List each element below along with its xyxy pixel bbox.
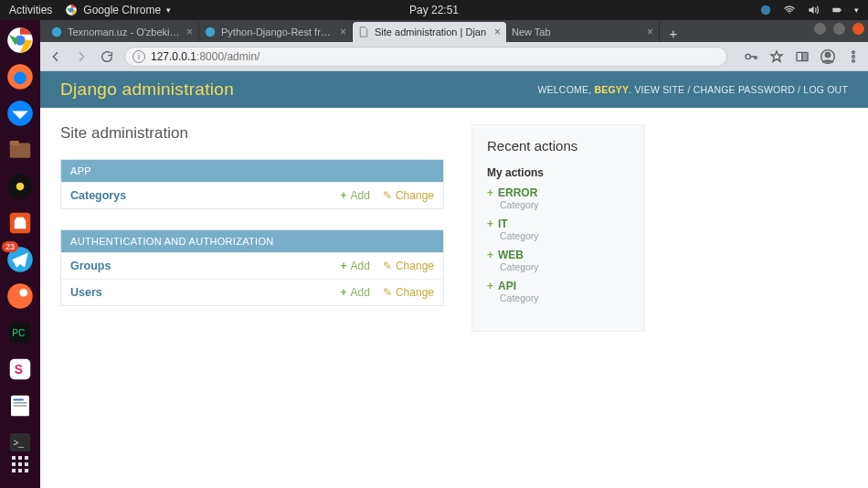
star-icon[interactable] — [769, 49, 784, 64]
dock-text-editor[interactable] — [4, 389, 37, 422]
tab-strip: Texnoman.uz - O'zbekistc × Python-Django… — [40, 20, 868, 42]
wifi-icon[interactable] — [783, 4, 796, 16]
profile-avatar-icon[interactable] — [820, 49, 835, 64]
svg-point-13 — [16, 183, 25, 191]
svg-rect-25 — [14, 405, 27, 406]
change-link[interactable]: Change — [383, 286, 434, 299]
brand-title[interactable]: Django administration — [60, 80, 234, 100]
battery-icon[interactable] — [831, 4, 843, 16]
module-app: APP Categorys Add Change — [60, 159, 444, 209]
maximize-button[interactable] — [833, 23, 845, 35]
model-row-categorys: Categorys Add Change — [61, 182, 443, 208]
logout-link[interactable]: LOG OUT — [803, 84, 848, 95]
dock-slack[interactable]: S — [4, 353, 37, 386]
svg-text:>_: >_ — [14, 438, 25, 448]
recent-action-link[interactable]: ERROR — [487, 186, 630, 199]
dock-files[interactable] — [4, 133, 37, 166]
dock-thunderbird[interactable] — [4, 97, 37, 130]
dock-postman[interactable] — [4, 280, 37, 313]
svg-rect-32 — [802, 52, 808, 60]
module-caption[interactable]: APP — [61, 160, 443, 182]
model-row-groups: Groups Add Change — [61, 252, 443, 279]
recent-action-type: Category — [487, 292, 630, 303]
browser-window: Texnoman.uz - O'zbekistc × Python-Django… — [40, 20, 868, 488]
change-link[interactable]: Change — [383, 189, 434, 202]
url-text: 127.0.0.1:8000/admin/ — [151, 50, 259, 63]
browser-toolbar: i 127.0.0.1:8000/admin/ — [40, 42, 868, 71]
recent-action-item: WEB Category — [487, 249, 630, 272]
globe-icon — [51, 27, 62, 37]
menu-icon[interactable] — [846, 49, 861, 64]
minimize-button[interactable] — [814, 23, 826, 35]
svg-point-28 — [52, 27, 62, 37]
close-icon[interactable]: × — [647, 26, 653, 38]
django-header: Django administration WELCOME, BEGYY. VI… — [40, 71, 868, 108]
recent-action-link[interactable]: WEB — [487, 249, 630, 261]
close-window-button[interactable] — [852, 23, 864, 35]
new-tab-button[interactable]: + — [663, 24, 683, 42]
reload-button[interactable] — [99, 48, 115, 65]
tab-1[interactable]: Python-Django-Rest fram × — [199, 22, 353, 42]
change-link[interactable]: Change — [383, 260, 434, 272]
svg-point-37 — [852, 59, 855, 62]
forward-button[interactable] — [73, 48, 90, 65]
address-bar[interactable]: i 127.0.0.1:8000/admin/ — [124, 47, 727, 67]
module-auth: AUTHENTICATION AND AUTHORIZATION Groups … — [60, 229, 444, 306]
translate-icon[interactable] — [795, 49, 810, 64]
svg-text:PC: PC — [12, 328, 25, 338]
svg-point-34 — [825, 52, 830, 57]
recent-action-link[interactable]: IT — [487, 217, 630, 230]
model-link[interactable]: Users — [70, 286, 328, 299]
add-link[interactable]: Add — [341, 260, 370, 272]
recent-actions-panel: Recent actions My actions ERROR Category… — [471, 124, 645, 332]
recent-action-item: API Category — [487, 280, 630, 303]
svg-point-17 — [19, 289, 27, 297]
user-tools: WELCOME, BEGYY. VIEW SITE / CHANGE PASSW… — [538, 84, 849, 95]
module-caption[interactable]: AUTHENTICATION AND AUTHORIZATION — [61, 230, 443, 252]
svg-point-8 — [14, 71, 26, 84]
back-button[interactable] — [48, 48, 64, 65]
close-icon[interactable]: × — [186, 26, 193, 38]
svg-rect-4 — [841, 9, 842, 11]
tab-0[interactable]: Texnoman.uz - O'zbekistc × — [46, 22, 199, 42]
system-menu-icon[interactable]: ▾ — [854, 5, 859, 15]
dock-rhythmbox[interactable] — [4, 170, 37, 203]
close-icon[interactable]: × — [340, 26, 346, 38]
dock-software[interactable] — [4, 207, 37, 239]
svg-rect-24 — [14, 402, 27, 403]
os-top-bar: Activities Google Chrome ▾ Pay 22:51 ▾ — [0, 0, 868, 20]
show-applications-button[interactable] — [4, 448, 37, 481]
volume-icon[interactable] — [807, 4, 820, 16]
recent-heading: Recent actions — [487, 138, 630, 154]
add-link[interactable]: Add — [341, 189, 370, 202]
activities-button[interactable]: Activities — [9, 4, 52, 16]
status-icon[interactable] — [759, 4, 772, 16]
svg-rect-3 — [832, 8, 840, 13]
page-title: Site administration — [60, 124, 444, 143]
active-app-indicator[interactable]: Google Chrome ▾ — [65, 4, 171, 16]
recent-action-item: IT Category — [487, 217, 630, 241]
model-link[interactable]: Categorys — [70, 189, 328, 202]
add-link[interactable]: Add — [341, 286, 370, 299]
dock-chrome[interactable] — [4, 24, 37, 57]
change-password-link[interactable]: CHANGE PASSWORD — [693, 84, 795, 95]
clock[interactable]: Pay 22:51 — [409, 4, 459, 16]
svg-point-35 — [852, 51, 855, 54]
model-link[interactable]: Groups — [70, 260, 328, 272]
recent-action-item: ERROR Category — [487, 186, 630, 210]
svg-point-2 — [761, 5, 771, 16]
recent-action-link[interactable]: API — [487, 280, 630, 292]
tab-3[interactable]: New Tab × — [506, 22, 660, 42]
page-body: Django administration WELCOME, BEGYY. VI… — [40, 71, 868, 488]
dock-firefox[interactable] — [4, 60, 37, 93]
tab-2[interactable]: Site administration | Djan × — [353, 22, 506, 42]
view-site-link[interactable]: VIEW SITE — [634, 84, 684, 95]
close-icon[interactable]: × — [494, 26, 501, 38]
file-icon — [358, 27, 369, 37]
window-controls — [814, 23, 864, 35]
dock-telegram[interactable]: 23 — [4, 243, 37, 276]
key-icon[interactable] — [744, 49, 758, 64]
site-info-icon[interactable]: i — [132, 50, 145, 63]
dock-pycharm[interactable]: PC — [4, 316, 37, 349]
model-row-users: Users Add Change — [61, 279, 443, 305]
